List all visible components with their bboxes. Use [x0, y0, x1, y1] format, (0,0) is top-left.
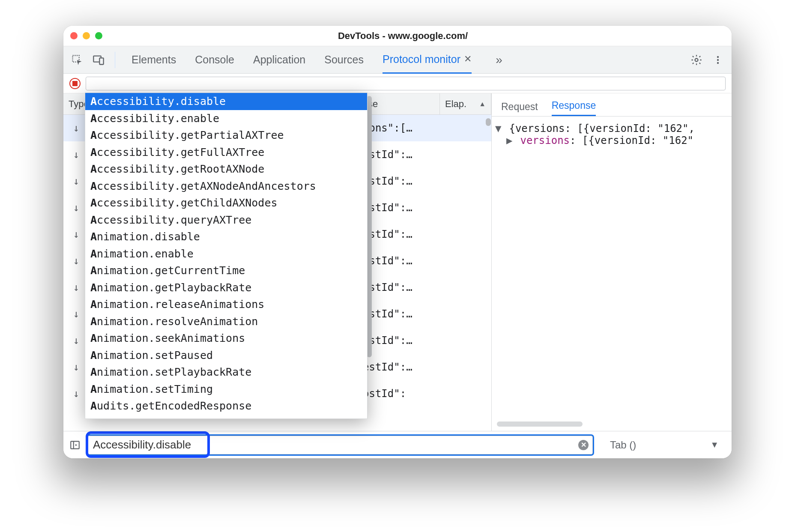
response-cell: estId":…: [363, 335, 491, 347]
close-tab-icon[interactable]: ✕: [464, 54, 472, 65]
autocomplete-item[interactable]: Accessibility.queryAXTree: [85, 212, 367, 229]
sort-asc-icon: ▲: [479, 100, 486, 108]
svg-point-4: [717, 56, 719, 57]
autocomplete-item[interactable]: Animation.setPaused: [85, 347, 367, 364]
tab-request[interactable]: Request: [501, 101, 538, 116]
response-cell: ions":[…: [363, 122, 491, 134]
autocomplete-item[interactable]: Accessibility.getFullAXTree: [85, 144, 367, 161]
panel-tabs: Elements Console Application Sources Pro…: [123, 46, 508, 74]
autocomplete-item[interactable]: Animation.disable: [85, 228, 367, 245]
autocomplete-item[interactable]: Accessibility.getChildAXNodes: [85, 194, 367, 212]
autocomplete-item[interactable]: Accessibility.getPartialAXTree: [85, 127, 367, 144]
autocomplete-item[interactable]: Audits.disable: [85, 415, 367, 419]
horizontal-scrollbar[interactable]: [497, 421, 726, 428]
drawer-toggle-icon[interactable]: [68, 438, 82, 452]
tab-sources[interactable]: Sources: [324, 46, 364, 74]
svg-rect-7: [71, 441, 79, 448]
autocomplete-item[interactable]: Animation.seekAnimations: [85, 330, 367, 347]
filter-bar: [63, 74, 732, 93]
popup-scrollbar[interactable]: [367, 96, 373, 362]
autocomplete-item[interactable]: Animation.getPlaybackRate: [85, 279, 367, 296]
tab-elements[interactable]: Elements: [132, 46, 176, 74]
clear-input-icon[interactable]: ✕: [578, 440, 589, 450]
overflow-tabs-icon[interactable]: »: [490, 51, 508, 69]
autocomplete-item[interactable]: Audits.getEncodedResponse: [85, 398, 367, 415]
response-cell: estId":…: [363, 149, 491, 161]
toolbar-separator: [115, 52, 115, 68]
inspect-icon[interactable]: [69, 51, 86, 69]
autocomplete-item[interactable]: Accessibility.enable: [85, 110, 367, 127]
main-toolbar: Elements Console Application Sources Pro…: [63, 46, 732, 74]
autocomplete-item[interactable]: Animation.resolveAnimation: [85, 313, 367, 330]
detail-tabs: Request Response: [492, 93, 732, 117]
autocomplete-popup: Accessibility.disableAccessibility.enabl…: [85, 93, 368, 419]
command-bar: ✕ Tab () ▼: [63, 431, 732, 458]
response-cell: estId":…: [363, 228, 491, 240]
window-title: DevTools - www.google.com/: [81, 30, 725, 42]
tab-protocol-monitor[interactable]: Protocol monitor ✕: [383, 46, 472, 74]
response-cell: estId":…: [363, 308, 491, 320]
tab-console[interactable]: Console: [195, 46, 234, 74]
tab-hint: Tab (): [610, 439, 636, 451]
titlebar: DevTools - www.google.com/: [63, 26, 732, 46]
svg-point-3: [695, 58, 698, 61]
autocomplete-item[interactable]: Animation.getCurrentTime: [85, 262, 367, 279]
response-body: ▼ {versions: [{versionId: "162", ▶ versi…: [492, 117, 732, 431]
autocomplete-item[interactable]: Accessibility.getRootAXNode: [85, 161, 367, 178]
svg-point-6: [717, 62, 719, 63]
response-cell: estId":…: [363, 175, 491, 187]
dropdown-caret-icon[interactable]: ▼: [710, 440, 719, 450]
response-cell: estId":…: [363, 202, 491, 214]
tab-application[interactable]: Application: [253, 46, 305, 74]
caret-down-icon[interactable]: ▼: [495, 123, 503, 134]
response-cell: estId":…: [363, 281, 491, 293]
detail-panel: Request Response ▼ {versions: [{versionI…: [492, 93, 732, 431]
record-button[interactable]: [69, 78, 81, 89]
tree-child[interactable]: ▶ versions: [{versionId: "162": [495, 134, 728, 146]
tree-root[interactable]: ▼ {versions: [{versionId: "162",: [495, 123, 728, 134]
col-response[interactable]: se: [363, 93, 440, 114]
svg-rect-2: [99, 58, 103, 64]
autocomplete-item[interactable]: Animation.setPlaybackRate: [85, 364, 367, 381]
gear-icon[interactable]: [688, 51, 705, 69]
svg-point-5: [717, 59, 719, 60]
response-cell: ostId":: [363, 388, 491, 400]
autocomplete-item[interactable]: Animation.releaseAnimations: [85, 296, 367, 313]
autocomplete-item[interactable]: Animation.enable: [85, 245, 367, 263]
filter-input[interactable]: [86, 77, 726, 90]
autocomplete-item[interactable]: Animation.setTiming: [85, 381, 367, 398]
kebab-icon[interactable]: [709, 51, 726, 69]
caret-right-icon[interactable]: ▶: [506, 134, 514, 146]
autocomplete-item[interactable]: Accessibility.disable: [85, 93, 367, 110]
devtools-window: DevTools - www.google.com/ Elements Cons…: [63, 26, 732, 458]
close-window-button[interactable]: [70, 32, 78, 39]
tab-response[interactable]: Response: [552, 100, 596, 116]
response-cell: estId":…: [363, 255, 491, 267]
command-input[interactable]: [87, 436, 593, 454]
col-elapsed[interactable]: Elap. ▲: [440, 93, 491, 114]
device-toggle-icon[interactable]: [90, 51, 107, 69]
response-cell: estId":…: [363, 361, 491, 373]
autocomplete-item[interactable]: Accessibility.getAXNodeAndAncestors: [85, 178, 367, 195]
